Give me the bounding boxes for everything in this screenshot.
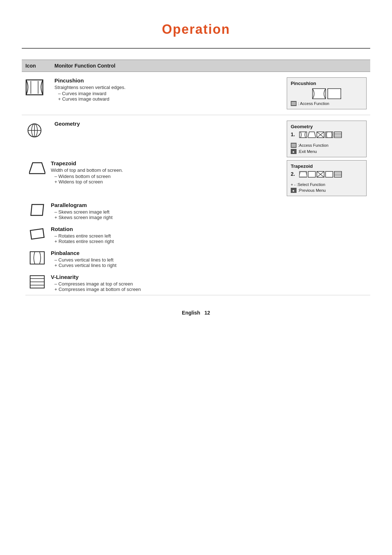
- parallelogram-icon-cell: [29, 202, 51, 217]
- pinbalance-icon-cell: [29, 250, 51, 265]
- trapezoid-desc: Trapezoid Width of top and bottom of scr…: [51, 160, 279, 185]
- geometry-panel-1: Geometry 1.: [287, 121, 367, 157]
- geometry-header-row: Geometry Geometry 1.: [22, 115, 370, 157]
- parallelogram-row: Parallelogram – Skews screen image left …: [25, 199, 370, 223]
- vlinearity-row: V-Linearity – Compresses image at top of…: [25, 271, 370, 295]
- geometry-step-1-icons: [299, 131, 342, 138]
- prev-icon: ◄: [291, 188, 297, 193]
- pinbalance-plus: + Curves vertical lines to right: [54, 263, 367, 268]
- trapezoid-row: Trapezoid Width of top and bottom of scr…: [25, 157, 370, 199]
- geometry-step-1-number: 1.: [291, 131, 297, 137]
- footer-page-number: 12: [204, 310, 210, 316]
- rotation-desc: Rotation – Rotates entire screen left + …: [51, 226, 367, 244]
- header-desc-col: Monitor Function Control: [54, 63, 367, 69]
- geo-icon-5: [334, 131, 342, 138]
- vlinearity-icon-cell: [29, 274, 51, 289]
- trapezoid-panel-box: Trapezoid 2.: [287, 160, 367, 196]
- table-header: Icon Monitor Function Control: [22, 60, 370, 72]
- trap-icon-3: [317, 171, 324, 178]
- geo-icon-3: [317, 131, 324, 138]
- geometry-title: Geometry: [54, 121, 279, 127]
- geometry-icon-cell: [25, 121, 54, 139]
- rotation-icon: [29, 227, 45, 241]
- trapezoid-icon-cell: [29, 160, 51, 175]
- header-icon-col: Icon: [25, 63, 54, 69]
- trapezoid-step-icons: [299, 171, 342, 178]
- vlinearity-desc: V-Linearity – Compresses image at top of…: [51, 274, 367, 292]
- svg-rect-45: [30, 252, 44, 264]
- svg-rect-3: [313, 89, 326, 99]
- trap-icon-1-selected: [299, 171, 307, 178]
- page-title: Operation: [22, 0, 370, 49]
- parallelogram-title: Parallelogram: [51, 202, 367, 208]
- trapezoid-step-2: 2.: [291, 171, 363, 179]
- parallelogram-minus: – Skews screen image left: [54, 209, 367, 215]
- pincushion-description: Straightens screen vertical edges.: [54, 85, 279, 90]
- svg-rect-32: [308, 171, 315, 177]
- trapezoid-step-number: 2.: [291, 171, 297, 177]
- pincushion-row: Pincushion Straightens screen vertical e…: [22, 72, 370, 115]
- pincushion-inward-mini-icon: [312, 88, 326, 99]
- svg-rect-13: [299, 132, 307, 138]
- trapezoid-description: Width of top and bottom of screen.: [51, 167, 279, 173]
- pinbalance-desc: Pinbalance – Curves vertical lines to le…: [51, 250, 367, 268]
- geometry-section: Geometry Geometry 1.: [22, 115, 370, 295]
- geometry-panel-1-title: Geometry: [291, 124, 363, 129]
- trap-prev-label: :Previous Menu: [298, 188, 326, 193]
- rotation-icon-cell: [29, 226, 51, 241]
- svg-rect-0: [26, 80, 43, 95]
- vlinearity-minus: – Compresses image at top of screen: [54, 281, 367, 287]
- geometry-sub-items: Trapezoid Width of top and bottom of scr…: [22, 157, 370, 295]
- pinbalance-minus: – Curves vertical lines to left: [54, 257, 367, 263]
- pinbalance-icon: [29, 251, 45, 265]
- svg-marker-43: [31, 204, 44, 215]
- svg-marker-14: [308, 132, 316, 138]
- pincushion-icon-cell: [25, 77, 54, 96]
- pincushion-panel: Pincushion: [287, 77, 367, 109]
- svg-marker-29: [29, 163, 45, 174]
- pincushion-plus: + Curves image outward: [58, 96, 279, 102]
- geo-icon-2: [308, 131, 316, 138]
- pincushion-title: Pincushion: [54, 77, 279, 84]
- pincushion-outward-mini-icon: [327, 88, 341, 99]
- trapezoid-minus: – Widens bottom of screen: [54, 174, 279, 179]
- svg-text:◄: ◄: [291, 189, 295, 193]
- geometry-legend-exit: ◄ :Exit Menu: [291, 149, 363, 154]
- footer-language: English: [182, 310, 200, 316]
- pincushion-legend: : Access Function: [291, 101, 363, 106]
- svg-text:◄: ◄: [291, 150, 295, 154]
- pincushion-panel-icons: [291, 88, 363, 99]
- trap-icon-5: [334, 171, 342, 178]
- exit-icon: ◄: [291, 149, 297, 154]
- pincushion-access-label: : Access Function: [298, 101, 329, 106]
- trap-select-label: + - :Select Function: [291, 182, 325, 187]
- parallelogram-desc: Parallelogram – Skews screen image left …: [51, 202, 367, 220]
- vlinearity-plus: + Compresses image at bottom of screen: [54, 287, 367, 292]
- svg-rect-4: [328, 89, 341, 99]
- geo-icon-1: [299, 131, 307, 138]
- vlinearity-title: V-Linearity: [51, 274, 367, 280]
- geometry-desc: Geometry: [54, 121, 279, 128]
- geometry-step-1: 1.: [291, 131, 363, 140]
- trapezoid-plus: + Widens top of screen: [54, 179, 279, 185]
- geo-access-label: :Access Function: [298, 143, 328, 147]
- geo-exit-label: :Exit Menu: [298, 149, 317, 154]
- parallelogram-plus: + Skews screen image right: [54, 215, 367, 220]
- trap-icon-2: [308, 171, 316, 178]
- menu-icon-geo-1: [291, 143, 297, 148]
- geo-icon-4: [325, 131, 333, 138]
- trapezoid-title: Trapezoid: [51, 160, 279, 166]
- pincushion-minus: – Curves image inward: [58, 91, 279, 96]
- trapezoid-legend-select: + - :Select Function: [291, 182, 363, 187]
- pinbalance-title: Pinbalance: [51, 250, 367, 256]
- rotation-row: Rotation – Rotates entire screen left + …: [25, 223, 370, 247]
- svg-rect-36: [326, 171, 333, 177]
- trapezoid-panel: Trapezoid 2.: [287, 160, 367, 196]
- svg-marker-31: [299, 172, 307, 177]
- footer: English 12: [0, 295, 392, 323]
- pincushion-panel-title: Pincushion: [291, 81, 363, 86]
- pincushion-panel-box: Pincushion: [287, 77, 367, 109]
- vlinearity-icon: [29, 275, 45, 289]
- pincushion-icon: [25, 79, 44, 96]
- geometry-icon: [25, 122, 44, 139]
